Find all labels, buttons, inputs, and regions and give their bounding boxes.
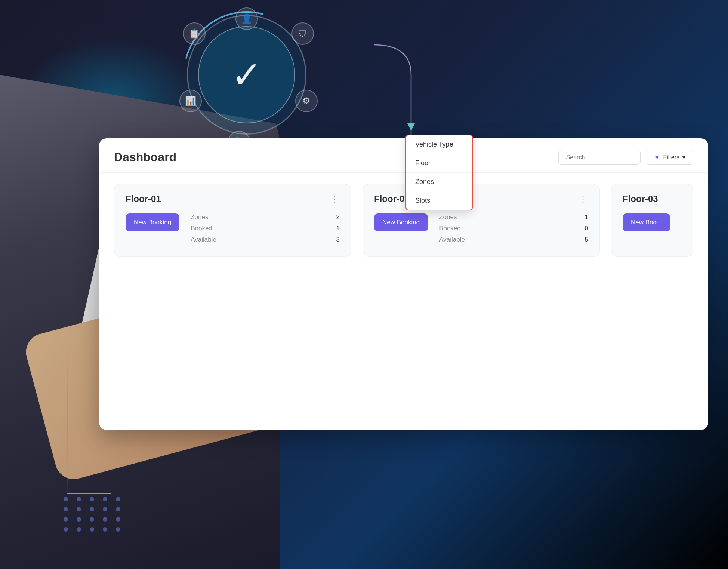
dot [103,517,107,522]
floor-02-stats: Zones 1 Booked 0 Available 5 [439,213,588,247]
floor-02-menu-dots[interactable]: ⋮ [579,194,588,204]
dot [103,527,107,532]
dot [90,517,94,522]
header-right: Vehicle Type Floor Zones Slots ▼ Filters… [558,150,693,165]
dropdown-menu: Vehicle Type Floor Zones Slots [405,135,473,210]
floor-02-booked-value: 0 [585,225,588,232]
floor-02-new-booking-button[interactable]: New Booking [374,213,428,231]
floor-03-new-booking-button[interactable]: New Boo... [623,213,670,231]
dot [90,527,94,532]
filters-chevron: ▾ [682,154,685,161]
dropdown-item-zones[interactable]: Zones [406,173,472,191]
left-vertical-line [67,345,68,494]
dot [64,507,68,511]
dropdown-item-floor[interactable]: Floor [406,154,472,173]
dot [116,497,120,501]
floor-01-name: Floor-01 [126,194,161,204]
floor-01-available-value: 3 [336,236,340,243]
floor-01-stat-available: Available 3 [191,236,340,243]
dropdown-item-vehicle-type[interactable]: Vehicle Type [406,135,472,154]
floor-02-zones-value: 1 [585,213,588,221]
dropdown-red-indicator [406,135,472,135]
filters-label: Filters [663,154,679,161]
floor-01-available-label: Available [191,236,216,243]
filters-button[interactable]: ▼ Filters ▾ [647,150,693,165]
background-scene: ✓ 👤 📋 🛡 📊 ⚙ 🏅 [0,0,728,569]
floor-02-available-value: 5 [585,236,588,243]
dot [77,497,81,501]
floor-card-01: Floor-01 ⋮ New Booking Zones 2 Booked 1 [114,184,351,257]
floor-card-01-body: New Booking Zones 2 Booked 1 Available 3 [126,213,340,247]
floor-02-name: Floor-02 [374,194,410,204]
dots-grid [64,497,123,532]
gear-icon: ⚙ [295,90,318,112]
floor-card-02-body: New Booking Zones 1 Booked 0 Available 5 [374,213,588,247]
floor-02-stat-booked: Booked 0 [439,225,588,232]
dot [77,507,81,511]
floor-02-stat-available: Available 5 [439,236,588,243]
floor-02-available-label: Available [439,236,465,243]
chart-icon: 📊 [179,90,202,112]
tech-circle: ✓ 👤 📋 🛡 📊 ⚙ 🏅 [187,15,306,135]
floor-01-new-booking-button[interactable]: New Booking [126,213,179,231]
dot [64,527,68,532]
tc-inner-ring: ✓ [198,26,295,123]
dot [90,497,94,501]
dropdown-item-slots[interactable]: Slots [406,191,472,210]
dot [116,527,120,532]
clipboard-icon: 📋 [183,22,206,45]
checkmark-icon: ✓ [231,53,262,97]
filter-icon: ▼ [654,154,660,161]
floor-01-zones-value: 2 [336,213,340,221]
floor-card-03: Floor-03 New Boo... [611,184,693,257]
dashboard-header: Dashboard Vehicle Type Floor Zones Slots… [99,138,708,173]
person-icon: 👤 [235,7,258,30]
floor-card-03-header: Floor-03 [623,194,682,204]
floor-02-booked-label: Booked [439,225,461,232]
floor-card-01-header: Floor-01 ⋮ [126,194,340,204]
floor-01-menu-dots[interactable]: ⋮ [330,194,340,204]
dashboard-panel: Dashboard Vehicle Type Floor Zones Slots… [99,138,708,430]
dashboard-title: Dashboard [114,150,176,164]
floor-02-zones-label: Zones [439,213,457,221]
dot [103,497,107,501]
dot [64,497,68,501]
floor-01-stat-zones: Zones 2 [191,213,340,221]
floor-card-03-body: New Boo... [623,213,682,231]
dot [77,527,81,532]
floor-03-name: Floor-03 [623,194,658,204]
search-input[interactable] [558,150,641,165]
floor-card-02: Floor-02 ⋮ New Booking Zones 1 Booked 0 [363,184,600,257]
dot [90,507,94,511]
floor-01-zones-label: Zones [191,213,208,221]
dot [77,517,81,522]
floor-01-stats: Zones 2 Booked 1 Available 3 [191,213,340,247]
dot [116,517,120,522]
shield-icon: 🛡 [291,22,314,45]
dot [116,507,120,511]
floor-02-stat-zones: Zones 1 [439,213,588,221]
floor-01-booked-value: 1 [336,225,340,232]
left-horizontal-line [67,493,111,494]
dot [103,507,107,511]
dot [64,517,68,522]
floor-01-stat-booked: Booked 1 [191,225,340,232]
cards-container: Floor-01 ⋮ New Booking Zones 2 Booked 1 [99,173,708,268]
floor-01-booked-label: Booked [191,225,212,232]
svg-marker-0 [407,123,415,131]
